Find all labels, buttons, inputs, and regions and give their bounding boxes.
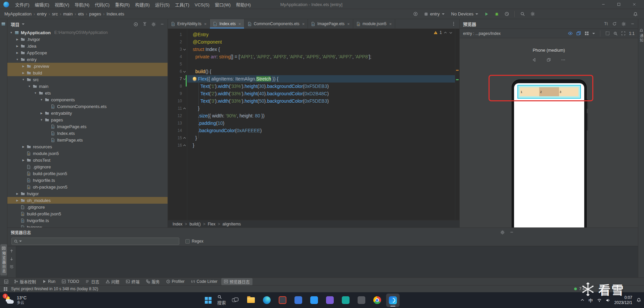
toolwindow-button-Run[interactable]: Run: [40, 278, 58, 285]
code-line-4[interactable]: private arr: string[] = ['APP1', 'APP2',…: [187, 53, 459, 60]
zoom-out-icon[interactable]: [613, 31, 618, 36]
project-toolwindow-icon[interactable]: [1, 22, 6, 26]
error-stripe[interactable]: [455, 29, 459, 220]
tree-item-ItemPage.ets[interactable]: eItemPage.ets: [7, 137, 168, 143]
taskbar-app-deveco[interactable]: [386, 294, 400, 307]
breadcrumb-item[interactable]: Index.ets: [105, 11, 125, 17]
prev-issue-icon[interactable]: [444, 31, 447, 35]
tree-item-build-profile.json5[interactable]: {}build-profile.json5: [7, 170, 168, 177]
code-editor[interactable]: 12345678910111213141516 @Entry@Component…: [168, 29, 459, 220]
toolwindow-button-日志[interactable]: 日志: [83, 278, 102, 285]
breadcrumb-item[interactable]: pages: [88, 11, 102, 17]
multi-device-icon[interactable]: [547, 58, 551, 62]
menu-item-7[interactable]: 运行(S): [152, 1, 172, 9]
breadcrumb-item[interactable]: src: [51, 11, 59, 17]
tree-item-hvigorw[interactable]: hvigorw: [7, 224, 168, 227]
toolwindow-button-Code Linter[interactable]: Code Linter: [188, 278, 220, 285]
taskbar-search-box[interactable]: 搜索: [217, 295, 226, 306]
line-number[interactable]: 5: [173, 62, 182, 66]
font-scale-icon[interactable]: Tt: [604, 21, 608, 26]
fold-marker-icon[interactable]: [182, 70, 186, 73]
tree-item-Index.ets[interactable]: eIndex.ets: [7, 130, 168, 137]
editor-tab-ImagePage.ets[interactable]: eImagePage.ets×: [308, 19, 353, 29]
device-selector[interactable]: No Devices: [449, 11, 480, 17]
warning-stripe-mark[interactable]: [456, 70, 459, 71]
tree-item-hvigor[interactable]: ▶hvigor: [7, 190, 168, 197]
breadcrumb-item[interactable]: ets: [77, 11, 85, 17]
search-everywhere-icon[interactable]: [518, 10, 526, 18]
inspections-widget[interactable]: 1: [433, 30, 453, 35]
toolwindow-stripe-notifications[interactable]: 通知: [638, 29, 644, 43]
code-line-5[interactable]: [187, 60, 459, 68]
tree-item-hvigorfile.ts[interactable]: Thvigorfile.ts: [7, 177, 168, 184]
scroll-down-icon[interactable]: [9, 257, 14, 261]
code-line-6[interactable]: build() {: [187, 68, 459, 75]
editor-tab-CommonComponents.ets[interactable]: eCommonComponents.ets×: [244, 19, 308, 29]
code-line-7[interactable]: Flex({ alignItems: ItemAlign.Stretch }) …: [187, 75, 459, 83]
line-number[interactable]: 8: [173, 84, 182, 89]
tree-expand-arrow[interactable]: ▶: [15, 192, 19, 195]
rotate-device-icon[interactable]: [532, 58, 537, 62]
tree-item-MyApplication[interactable]: ▼MyApplicationE:\HarmonyOS\MyApplication: [7, 29, 168, 36]
tree-item-module.json5[interactable]: {}module.json5: [7, 150, 168, 157]
run-button[interactable]: [482, 10, 491, 18]
tree-item-entry[interactable]: ▼entry: [7, 56, 168, 63]
volume-icon[interactable]: [606, 298, 610, 303]
tree-item-main[interactable]: ▼main: [7, 83, 168, 90]
toolwindow-button-TODO[interactable]: TODO: [59, 278, 82, 285]
editor-breadcrumb-item[interactable]: Flex: [208, 222, 216, 226]
profiler-button[interactable]: [503, 10, 511, 18]
menu-item-9[interactable]: VCS(S): [192, 1, 212, 9]
next-issue-icon[interactable]: [449, 31, 453, 35]
menu-item-3[interactable]: 导航(N): [72, 1, 92, 9]
checkbox-icon[interactable]: [185, 239, 190, 244]
taskbar-app-vscode[interactable]: [307, 294, 321, 307]
memory-indicator[interactable]: 7:41: [579, 287, 587, 291]
tab-options-icon[interactable]: [448, 19, 459, 29]
tree-item-resources[interactable]: ▶resources: [7, 143, 168, 150]
line-number[interactable]: 11: [173, 106, 182, 111]
project-panel-title[interactable]: 项目: [11, 21, 19, 28]
menu-item-6[interactable]: 构建(B): [132, 1, 152, 9]
ime-indicator[interactable]: 中: [589, 297, 593, 303]
locate-file-icon[interactable]: [133, 22, 138, 27]
code-line-8[interactable]: Text('1').width('33%').height(30).backgr…: [187, 83, 459, 90]
toolwindow-stripe-previewer-log[interactable]: 预览器日志: [0, 244, 7, 275]
code-line-2[interactable]: @Component: [187, 38, 459, 46]
app-logo-icon[interactable]: [3, 2, 9, 7]
settings-icon[interactable]: [528, 10, 537, 18]
toolwindow-button-服务[interactable]: 服务: [143, 278, 163, 285]
log-search-input[interactable]: [23, 239, 177, 244]
soft-wrap-icon[interactable]: [9, 264, 14, 269]
menu-item-2[interactable]: 视图(V): [52, 1, 72, 9]
tab-close-icon[interactable]: ×: [238, 21, 241, 27]
notification-center-icon[interactable]: [636, 298, 641, 303]
menu-item-8[interactable]: 工具(T): [172, 1, 192, 9]
tree-item-.gitignore[interactable]: .gitignore: [7, 163, 168, 170]
line-number[interactable]: 3: [173, 47, 182, 52]
code-line-13[interactable]: .padding(10): [187, 119, 459, 127]
editor-tab-module.json5[interactable]: {}module.json5×: [353, 19, 395, 29]
tree-expand-arrow[interactable]: ▼: [40, 98, 43, 101]
menu-item-0[interactable]: 文件(F): [12, 1, 32, 9]
tree-expand-arrow[interactable]: ▼: [34, 92, 37, 95]
editor-tab-Index.ets[interactable]: eIndex.ets×: [210, 19, 244, 29]
taskbar-app-chrome[interactable]: [370, 294, 384, 307]
tab-close-icon[interactable]: ×: [389, 21, 392, 27]
line-number[interactable]: 14: [173, 128, 182, 133]
tab-close-icon[interactable]: ×: [302, 21, 305, 27]
line-number[interactable]: 7: [173, 76, 182, 81]
tree-expand-arrow[interactable]: ▼: [15, 58, 19, 61]
line-number[interactable]: 10: [173, 99, 182, 103]
hide-log-panel-icon[interactable]: [510, 230, 514, 234]
tab-close-icon[interactable]: ×: [347, 21, 350, 27]
tree-item-build-profile.json5[interactable]: {}build-profile.json5: [7, 210, 168, 217]
editor-tab-EntryAbility.ts[interactable]: TEntryAbility.ts×: [168, 19, 210, 29]
tree-expand-arrow[interactable]: ▶: [21, 159, 25, 162]
menu-item-1[interactable]: 编辑(E): [32, 1, 52, 9]
change-stripe-mark[interactable]: [456, 79, 459, 80]
tree-item-components[interactable]: ▼components: [7, 96, 168, 103]
previewer-settings-icon[interactable]: [621, 21, 626, 27]
zoom-level[interactable]: 1:1: [629, 31, 635, 36]
tree-item-pages[interactable]: ▼pages: [7, 116, 168, 123]
